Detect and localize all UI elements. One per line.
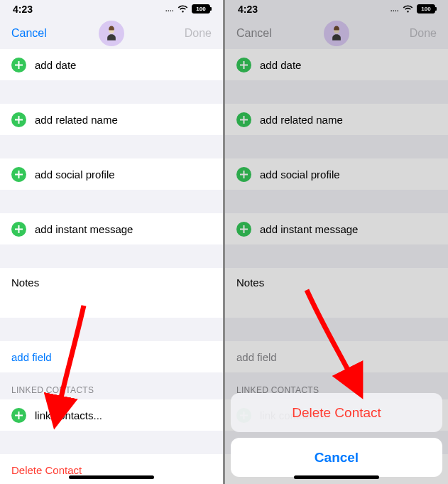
action-sheet: Delete Contact Cancel (231, 393, 442, 477)
notes-label: Notes (236, 276, 264, 289)
add-instant-message-label: add instant message (35, 223, 133, 235)
add-icon (236, 167, 251, 182)
done-button[interactable]: Done (410, 27, 437, 40)
add-icon (236, 112, 251, 127)
add-icon (11, 222, 26, 237)
linked-contacts-header: LINKED CONTACTS (0, 372, 223, 399)
add-icon (11, 167, 26, 182)
add-related-name-row: add related name (225, 104, 448, 135)
cancel-button[interactable]: Cancel (236, 27, 272, 40)
add-social-profile-row[interactable]: add social profile (0, 158, 223, 190)
add-date-label: add date (260, 59, 301, 71)
add-date-label: add date (35, 59, 76, 71)
add-related-name-row[interactable]: add related name (0, 104, 223, 135)
battery-icon: 100 (417, 4, 435, 14)
notes-label: Notes (11, 276, 39, 289)
add-instant-message-row: add instant message (225, 213, 448, 244)
link-contacts-label: link contacts... (35, 409, 102, 421)
status-time: 4:23 (238, 4, 258, 15)
add-icon (236, 222, 251, 237)
status-bar: 4:23 .... 100 (0, 0, 223, 18)
add-date-row[interactable]: add date (0, 49, 223, 80)
contact-avatar[interactable] (99, 21, 124, 46)
add-icon (11, 112, 26, 127)
add-related-name-label: add related name (260, 114, 343, 126)
home-indicator (294, 475, 379, 479)
add-field-row: add field (225, 341, 448, 372)
nav-bar: Cancel Done (225, 18, 448, 49)
wifi-icon (177, 4, 188, 15)
add-field-label: add field (11, 351, 52, 363)
sheet-delete-contact-button[interactable]: Delete Contact (231, 393, 442, 432)
add-social-profile-label: add social profile (35, 168, 115, 181)
wifi-icon (403, 4, 413, 15)
battery-icon: 100 (192, 4, 210, 14)
cellular-dots: .... (390, 6, 399, 13)
add-date-row: add date (225, 49, 448, 80)
done-button[interactable]: Done (185, 27, 212, 40)
status-time: 4:23 (13, 4, 33, 15)
add-social-profile-row: add social profile (225, 158, 448, 190)
contact-edit-list: add date add related name add social pro… (0, 49, 223, 484)
delete-contact-row[interactable]: Delete Contact (0, 454, 223, 484)
add-instant-message-label: add instant message (260, 223, 358, 235)
notes-row[interactable]: Notes (0, 268, 223, 318)
nav-bar: Cancel Done (0, 18, 223, 49)
home-indicator (69, 475, 154, 479)
add-related-name-label: add related name (35, 114, 118, 126)
notes-row: Notes (225, 268, 448, 318)
delete-contact-label: Delete Contact (11, 464, 82, 476)
add-social-profile-label: add social profile (260, 168, 340, 181)
cellular-dots: .... (165, 6, 174, 13)
add-icon (11, 58, 26, 72)
add-instant-message-row[interactable]: add instant message (0, 213, 223, 244)
link-contacts-row[interactable]: link contacts... (0, 399, 223, 431)
add-field-row[interactable]: add field (0, 341, 223, 372)
add-icon (11, 408, 26, 423)
add-icon (236, 58, 251, 72)
cancel-button[interactable]: Cancel (11, 27, 47, 40)
add-field-label: add field (236, 351, 277, 363)
sheet-cancel-button[interactable]: Cancel (231, 438, 442, 477)
contact-avatar[interactable] (324, 21, 349, 46)
screenshot-left: 4:23 .... 100 Cancel Done add date (0, 0, 223, 484)
status-bar: 4:23 .... 100 (225, 0, 448, 18)
screenshot-right: 4:23 .... 100 Cancel Done add date (225, 0, 448, 484)
